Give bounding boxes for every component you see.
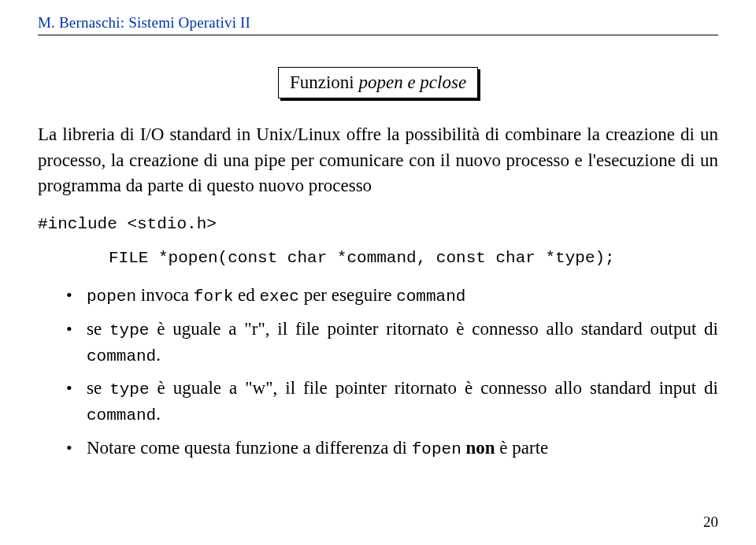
list-item: se type è uguale a "r", il file pointer …	[66, 317, 718, 369]
list-item: popen invoca fork ed exec per eseguire c…	[66, 283, 718, 309]
text: se	[87, 319, 109, 339]
text: è uguale a "r", il file pointer ritornat…	[149, 319, 718, 339]
prototype-line: FILE *popen(const char *command, const c…	[109, 249, 718, 267]
text: .	[156, 404, 161, 424]
text: invoca	[136, 285, 194, 305]
title-italic: popen e pclose	[358, 72, 466, 92]
text: ed	[233, 285, 259, 305]
code-token: exec	[259, 287, 298, 306]
text: è parte	[495, 438, 549, 458]
text: è uguale a "w", il file pointer ritornat…	[150, 378, 718, 398]
running-header: M. Bernaschi: Sistemi Operativi II	[38, 14, 718, 32]
paragraph-1: La libreria di I/O standard in Unix/Linu…	[38, 122, 718, 199]
code-token: fork	[194, 287, 233, 306]
text: per eseguire	[299, 285, 396, 305]
bold-text: non	[466, 438, 495, 458]
text: .	[156, 345, 161, 365]
code-token: popen	[87, 287, 136, 306]
title-box: Funzioni popen e pclose	[278, 67, 478, 98]
list-item: se type è uguale a "w", il file pointer …	[66, 376, 718, 428]
include-line: #include <stdio.h>	[38, 215, 718, 233]
code-token: type	[109, 380, 149, 399]
title-plain: Funzioni	[290, 72, 359, 92]
page-number: 20	[703, 513, 718, 531]
header-rule	[38, 35, 718, 35]
list-item: Notare come questa funzione a differenza…	[66, 436, 718, 462]
code-token: type	[109, 321, 149, 339]
page: M. Bernaschi: Sistemi Operativi II Funzi…	[0, 0, 756, 545]
text: Notare come questa funzione a differenza…	[87, 438, 412, 458]
text: se	[87, 378, 109, 398]
code-token: command	[396, 287, 465, 306]
code-token: fopen	[412, 440, 461, 458]
bullet-list: popen invoca fork ed exec per eseguire c…	[66, 283, 718, 462]
code-token: command	[87, 406, 156, 425]
code-token: command	[87, 347, 156, 365]
title-wrap: Funzioni popen e pclose	[38, 67, 718, 98]
